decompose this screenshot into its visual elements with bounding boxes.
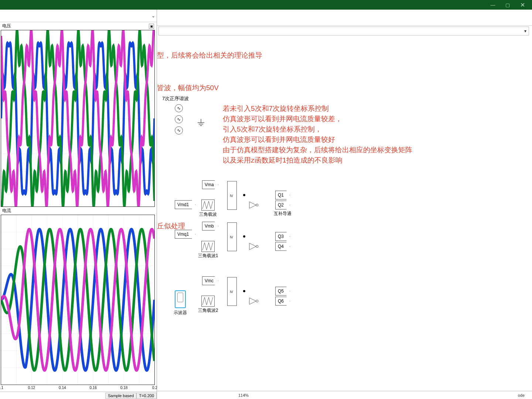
legend-toggle-icon[interactable]: ▣ [149, 24, 154, 29]
close-button[interactable]: ✕ [515, 0, 530, 10]
annotation-control-2: 仿真波形可以看到并网电流质量较差， [223, 114, 342, 124]
voltage-plot-cell: 电压 ▣ [0, 22, 156, 207]
annotation-approx: 丘似处理 [157, 221, 185, 231]
zoom-level[interactable]: 114% [238, 393, 249, 398]
goto-tag-q6[interactable]: Q6 [275, 297, 290, 306]
not-gate-c[interactable] [249, 297, 259, 305]
scope-toolbar: ⌄ [0, 10, 157, 22]
status-mode: Sample based [105, 393, 136, 399]
scope-window: ⌄ 电压 ▣ 电流 0.10.120.140.160.180.2 Sample … [0, 10, 157, 399]
solver-label[interactable]: ode [518, 393, 525, 398]
goto-tag-q1[interactable]: Q1 [275, 191, 290, 200]
ac-source-b[interactable]: ∿ [175, 115, 183, 123]
carrier-1-label: 三角载波1 [198, 253, 218, 259]
triangle-carrier-0[interactable] [201, 200, 215, 211]
from-tag-vmc[interactable]: Vmc [202, 276, 218, 285]
annotation-control-1: 若未引入5次和7次旋转坐标系控制 [223, 103, 329, 114]
goto-tag-q2[interactable]: Q2 [275, 201, 290, 209]
svg-marker-89 [249, 202, 256, 208]
annotation-control-5: 由于仿真模型搭建较为复杂，后续将给出相应的坐标变换矩阵 [223, 145, 412, 155]
carrier-2-label: 三角载波2 [198, 307, 218, 314]
triangle-carrier-2[interactable] [201, 296, 215, 307]
annotation-control-6: 以及采用z函数延时1拍造成的不良影响 [223, 155, 342, 166]
goto-tag-q5[interactable]: Q5 [275, 287, 290, 296]
complementary-label: 互补导通 [274, 211, 291, 217]
scope-dropdown-caret[interactable]: ⌄ [151, 13, 155, 18]
branch-node [243, 290, 245, 292]
carrier-0-label: 三角载波 [199, 211, 217, 218]
voltage-plot-title: 电压 [2, 23, 11, 29]
model-canvas[interactable]: 型，后续将会给出相关的理论推导 皆波，幅值均为50V 7次正序谐波 若未引入5次… [157, 37, 532, 391]
current-plot-cell: 电流 0.10.120.140.160.180.2 [0, 207, 156, 392]
from-tag-vmq1[interactable]: Vmq1 [175, 230, 195, 239]
status-time: T=0.200 [136, 393, 157, 399]
x-axis-ticks: 0.10.120.140.160.180.2 [1, 385, 155, 392]
scope-block[interactable] [175, 290, 186, 308]
annotation-line1: 型，后续将会给出相关的理论推导 [157, 50, 262, 61]
breadcrumb-caret-icon[interactable]: ▾ [524, 28, 526, 34]
comparator-c[interactable] [227, 277, 237, 306]
harmonic-label: 7次正序谐波 [162, 95, 189, 102]
simulink-window: ▾ 型，后续将会给出相关的理论推导 皆波，幅值均为50V 7次正序谐波 若未引入… [157, 10, 532, 399]
not-gate-b[interactable] [249, 242, 259, 250]
comparator-a[interactable] [227, 181, 237, 210]
current-plot-title: 电流 [2, 208, 11, 214]
voltage-plot[interactable] [1, 30, 155, 207]
branch-node [243, 194, 245, 196]
triangle-carrier-1[interactable] [201, 241, 215, 252]
annotation-control-4: 仿真波形可以看到并网电流质量较好 [223, 134, 335, 145]
svg-marker-93 [249, 298, 256, 304]
svg-point-94 [256, 300, 258, 302]
ac-source-a[interactable]: ∿ [175, 104, 183, 112]
scope-statusbar: Sample based T=0.200 [0, 392, 157, 399]
maximize-button[interactable]: ▢ [500, 0, 515, 10]
svg-marker-91 [249, 243, 256, 250]
sim-toolbar [157, 10, 532, 26]
comparator-b[interactable] [227, 222, 237, 251]
minimize-button[interactable]: — [485, 0, 500, 10]
annotation-control-3: 引入5次和7次旋转坐标系控制， [223, 124, 322, 134]
goto-tag-q3[interactable]: Q3 [275, 232, 290, 241]
svg-point-92 [256, 245, 258, 248]
model-breadcrumb[interactable]: ▾ [158, 27, 529, 35]
from-tag-vmd1[interactable]: Vmd1 [175, 200, 195, 209]
branch-node [243, 235, 245, 238]
sim-statusbar: 114% ode [157, 391, 532, 399]
not-gate-a[interactable] [249, 201, 259, 209]
titlebar: — ▢ ✕ [0, 0, 532, 10]
current-plot[interactable] [1, 215, 155, 385]
scope-block-label: 示波器 [174, 310, 187, 316]
from-tag-vma[interactable]: Vma [202, 180, 218, 189]
ground-icon[interactable] [197, 119, 205, 129]
goto-tag-q4[interactable]: Q4 [275, 242, 290, 251]
annotation-line2: 皆波，幅值均为50V [157, 83, 219, 93]
from-tag-vmb[interactable]: Vmb [202, 222, 218, 231]
svg-point-90 [256, 204, 258, 206]
ac-source-c[interactable]: ∿ [175, 126, 183, 134]
